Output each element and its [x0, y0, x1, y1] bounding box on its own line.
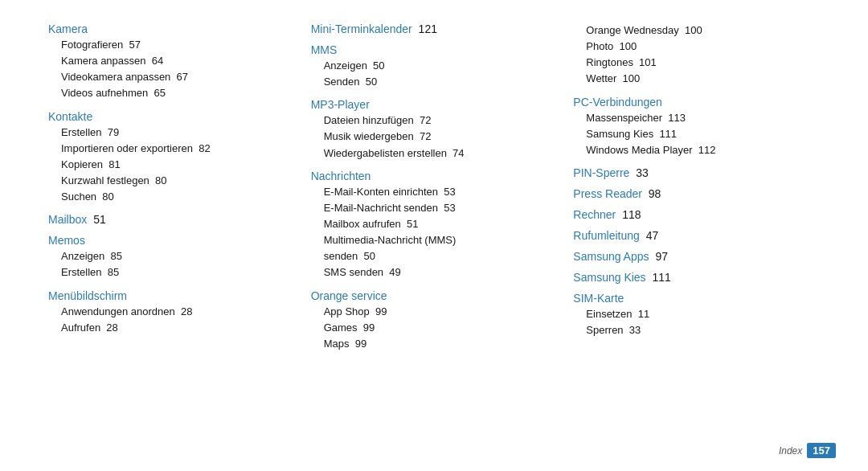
- section: Mini-Terminkalender 121: [311, 23, 558, 35]
- sub-item: Anwendungen anordnen 28: [48, 304, 295, 320]
- sub-item: Senden 50: [311, 74, 558, 90]
- sub-item: Fotografieren 57: [48, 37, 295, 53]
- section-title-num: 118: [619, 208, 641, 221]
- sub-item: Maps 99: [311, 336, 558, 352]
- sub-item: Importieren oder exportieren 82: [48, 141, 295, 157]
- sub-item: Einsetzen 11: [573, 306, 820, 322]
- section-title: PC-Verbindungen: [573, 96, 820, 109]
- section-title: Memos: [48, 234, 295, 247]
- sub-item: E-Mail-Nachricht senden 53: [311, 200, 558, 216]
- sub-item: senden 50: [311, 248, 558, 264]
- column-col3: Orange Wednesday 100Photo 100Ringtones 1…: [573, 23, 836, 455]
- sub-item: Windows Media Player 112: [573, 142, 820, 158]
- section-title-num: 33: [633, 166, 648, 179]
- section-title-num: 51: [90, 213, 105, 226]
- section-title: Rechner 118: [573, 208, 820, 221]
- section: Samsung Kies 111: [573, 271, 820, 284]
- index-columns: KameraFotografieren 57Kamera anpassen 64…: [48, 23, 836, 455]
- sub-item: Orange Wednesday 100: [573, 23, 820, 39]
- sub-item: Anzeigen 50: [311, 58, 558, 74]
- section-title: PIN-Sperre 33: [573, 166, 820, 179]
- sub-item: Musik wiedergeben 72: [311, 129, 558, 145]
- section-title-num: 47: [643, 229, 658, 242]
- section-title: Menübildschirm: [48, 289, 295, 302]
- section-title-num: 111: [649, 271, 671, 284]
- section: NachrichtenE-Mail-Konten einrichten 53E-…: [311, 170, 558, 281]
- section-title: Nachrichten: [311, 170, 558, 182]
- sub-item: Games 99: [311, 320, 558, 336]
- section: MMSAnzeigen 50Senden 50: [311, 43, 558, 90]
- section: SIM-KarteEinsetzen 11Sperren 33: [573, 292, 820, 338]
- sub-item: Kurzwahl festlegen 80: [48, 173, 295, 189]
- sub-item: Samsung Kies 111: [573, 126, 820, 142]
- sub-item: Videokamera anpassen 67: [48, 69, 295, 85]
- section: Orange serviceApp Shop 99Games 99Maps 99: [311, 289, 558, 352]
- sub-item: Kamera anpassen 64: [48, 53, 295, 69]
- sub-item: Erstellen 85: [48, 264, 295, 281]
- section-title: Kamera: [48, 23, 295, 35]
- section: PC-VerbindungenMassenspeicher 113Samsung…: [573, 96, 820, 158]
- sub-item: Massenspeicher 113: [573, 110, 820, 126]
- section-title-num: 121: [416, 23, 437, 35]
- section: Mailbox 51: [48, 213, 295, 226]
- sub-item: Erstellen 79: [48, 125, 295, 141]
- sub-item: Ringtones 101: [573, 55, 820, 71]
- sub-item: Videos aufnehmen 65: [48, 85, 295, 101]
- section-title: Orange service: [311, 289, 558, 302]
- section-title-num: 97: [653, 250, 668, 263]
- section: MemosAnzeigen 85Erstellen 85: [48, 234, 295, 281]
- section: MenübildschirmAnwendungen anordnen 28Auf…: [48, 289, 295, 336]
- sub-item: Sperren 33: [573, 322, 820, 338]
- section-title: Samsung Apps 97: [573, 250, 820, 263]
- section-title: Mailbox 51: [48, 213, 295, 226]
- section: Orange Wednesday 100Photo 100Ringtones 1…: [573, 23, 820, 88]
- footer-badge: 157: [807, 443, 836, 458]
- section: Rechner 118: [573, 208, 820, 221]
- footer: Index 157: [779, 443, 836, 458]
- sub-item: Dateien hinzufügen 72: [311, 113, 558, 129]
- section-title: Rufumleitung 47: [573, 229, 820, 242]
- page: KameraFotografieren 57Kamera anpassen 64…: [0, 0, 868, 471]
- section: Samsung Apps 97: [573, 250, 820, 263]
- sub-item: Multimedia-Nachricht (MMS): [311, 232, 558, 248]
- section: KontakteErstellen 79Importieren oder exp…: [48, 110, 295, 206]
- sub-item: App Shop 99: [311, 304, 558, 320]
- sub-item: Aufrufen 28: [48, 320, 295, 336]
- section-title: Kontakte: [48, 110, 295, 123]
- sub-item: Wetter 100: [573, 71, 820, 87]
- section: PIN-Sperre 33: [573, 166, 820, 179]
- section-title: Samsung Kies 111: [573, 271, 820, 284]
- section-title: Press Reader 98: [573, 187, 820, 200]
- section-title: SIM-Karte: [573, 292, 820, 305]
- column-col2: Mini-Terminkalender 121MMSAnzeigen 50Sen…: [311, 23, 574, 455]
- sub-item: Mailbox aufrufen 51: [311, 216, 558, 232]
- section-title: MMS: [311, 43, 558, 56]
- section-title: Mini-Terminkalender 121: [311, 23, 558, 35]
- section: Press Reader 98: [573, 187, 820, 200]
- sub-item: Photo 100: [573, 39, 820, 55]
- section-title: MP3-Player: [311, 98, 558, 111]
- footer-text: Index: [779, 445, 802, 457]
- sub-item: Wiedergabelisten erstellen 74: [311, 145, 558, 162]
- sub-item: SMS senden 49: [311, 264, 558, 281]
- section: KameraFotografieren 57Kamera anpassen 64…: [48, 23, 295, 102]
- sub-item: Kopieren 81: [48, 157, 295, 173]
- column-col1: KameraFotografieren 57Kamera anpassen 64…: [48, 23, 311, 455]
- section: Rufumleitung 47: [573, 229, 820, 242]
- sub-item: Suchen 80: [48, 189, 295, 205]
- sub-item: Anzeigen 85: [48, 248, 295, 264]
- section-title-num: 98: [645, 187, 661, 200]
- section: MP3-PlayerDateien hinzufügen 72Musik wie…: [311, 98, 558, 161]
- sub-item: E-Mail-Konten einrichten 53: [311, 184, 558, 200]
